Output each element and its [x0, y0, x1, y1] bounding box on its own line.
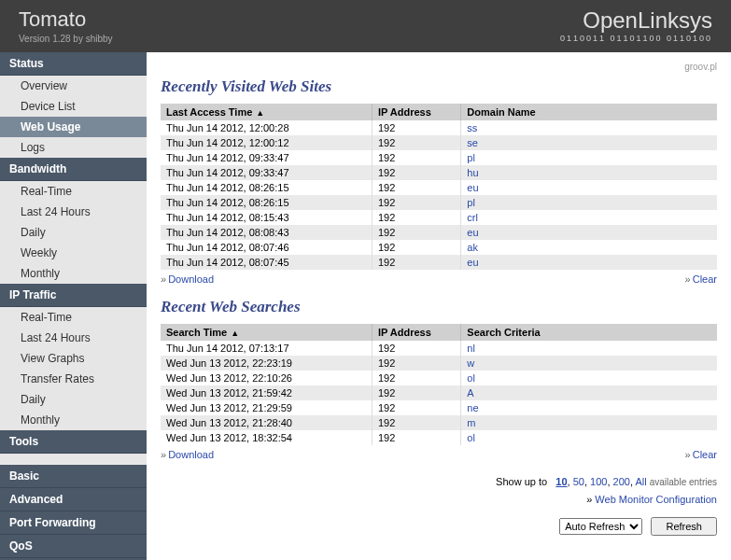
cell-domain[interactable]: crl: [461, 210, 717, 225]
cell-domain[interactable]: ss: [461, 120, 717, 135]
sidebar-section-qos[interactable]: QoS: [0, 535, 147, 558]
cell-time: Thu Jun 14 2012, 08:15:43: [161, 210, 372, 225]
clear-link[interactable]: Clear: [693, 273, 717, 285]
sidebar-item-transfer-rates[interactable]: Transfer Rates: [0, 369, 147, 389]
showup-All[interactable]: All: [635, 476, 646, 487]
sidebar-section-status[interactable]: Status: [0, 52, 147, 76]
cell-ip: 192: [372, 371, 460, 385]
cell-time: Thu Jun 14 2012, 09:33:47: [161, 150, 372, 165]
sidebar-item-last-24-hours[interactable]: Last 24 Hours: [0, 202, 147, 222]
table-row: Thu Jun 14 2012, 08:15:43192crl: [161, 210, 717, 225]
cell-criteria[interactable]: m: [461, 415, 717, 430]
searches-table: Search Time▲ IP Address Search Criteria …: [161, 324, 717, 445]
table-row: Thu Jun 14 2012, 09:33:47192hu: [161, 165, 717, 180]
cell-criteria[interactable]: ne: [461, 400, 717, 415]
download-link[interactable]: Download: [168, 449, 214, 460]
cell-ip: 192: [372, 180, 460, 195]
cell-criteria[interactable]: ol: [461, 371, 717, 385]
table-row: Wed Jun 13 2012, 21:28:40192m: [161, 415, 717, 430]
sidebar-item-logs[interactable]: Logs: [0, 137, 147, 158]
cell-time: Thu Jun 14 2012, 08:08:43: [161, 225, 372, 240]
col-search-criteria[interactable]: Search Criteria: [461, 324, 717, 341]
cell-ip: 192: [372, 255, 460, 270]
sidebar-item-real-time[interactable]: Real-Time: [0, 181, 147, 202]
table-row: Thu Jun 14 2012, 08:26:15192eu: [161, 180, 717, 195]
cell-domain[interactable]: eu: [461, 255, 717, 270]
col-domain[interactable]: Domain Name: [461, 104, 717, 120]
sidebar-item-web-usage[interactable]: Web Usage: [0, 117, 147, 137]
table-row: Wed Jun 13 2012, 21:59:42192A: [161, 385, 717, 400]
auto-refresh-select[interactable]: Auto Refresh: [559, 518, 642, 535]
cell-time: Wed Jun 13 2012, 21:29:59: [161, 400, 372, 415]
sidebar-item-weekly[interactable]: Weekly: [0, 243, 147, 263]
sidebar-item-daily[interactable]: Daily: [0, 222, 147, 243]
searches-title: Recent Web Searches: [161, 298, 717, 316]
cell-domain[interactable]: ak: [461, 240, 717, 255]
app-version: Version 1.28 by shibby: [19, 34, 113, 44]
showup-100[interactable]: 100: [590, 476, 607, 487]
cell-ip: 192: [372, 225, 460, 240]
sort-icon: ▲: [231, 329, 239, 338]
cell-criteria[interactable]: A: [461, 385, 717, 400]
app-title: Tomato: [19, 7, 113, 32]
sidebar-section-bandwidth[interactable]: Bandwidth: [0, 158, 147, 181]
sidebar-item-device-list[interactable]: Device List: [0, 96, 147, 117]
table-row: Wed Jun 13 2012, 21:29:59192ne: [161, 400, 717, 415]
cell-ip: 192: [372, 165, 460, 180]
brand-name: OpenLinksys: [560, 7, 712, 34]
cell-domain[interactable]: pl: [461, 150, 717, 165]
sidebar: StatusOverviewDevice ListWeb UsageLogsBa…: [0, 52, 147, 560]
cell-ip: 192: [372, 150, 460, 165]
sidebar-section-advanced[interactable]: Advanced: [0, 488, 147, 511]
col-search-time[interactable]: Search Time▲: [161, 324, 372, 341]
showup-200[interactable]: 200: [613, 476, 630, 487]
cell-time: Wed Jun 13 2012, 18:32:54: [161, 430, 372, 445]
clear-link[interactable]: Clear: [693, 449, 717, 460]
sidebar-item-real-time[interactable]: Real-Time: [0, 307, 147, 328]
download-link[interactable]: Download: [168, 273, 214, 285]
visited-table: Last Access Time▲ IP Address Domain Name…: [161, 104, 717, 270]
table-row: Wed Jun 13 2012, 22:10:26192ol: [161, 371, 717, 385]
domain-link[interactable]: groov.pl: [161, 62, 717, 72]
cell-domain[interactable]: se: [461, 135, 717, 150]
showup-50[interactable]: 50: [573, 476, 584, 487]
cell-ip: 192: [372, 341, 460, 356]
col-time[interactable]: Last Access Time▲: [161, 104, 372, 120]
sidebar-item-overview[interactable]: Overview: [0, 76, 147, 96]
sidebar-section-ip-traffic[interactable]: IP Traffic: [0, 284, 147, 307]
table-row: Thu Jun 14 2012, 08:08:43192eu: [161, 225, 717, 240]
cell-ip: 192: [372, 400, 460, 415]
cell-domain[interactable]: pl: [461, 195, 717, 210]
config-link[interactable]: Web Monitor Configuration: [595, 494, 717, 505]
cell-time: Thu Jun 14 2012, 08:07:46: [161, 240, 372, 255]
cell-criteria[interactable]: w: [461, 356, 717, 371]
cell-ip: 192: [372, 415, 460, 430]
sidebar-item-view-graphs[interactable]: View Graphs: [0, 348, 147, 369]
sidebar-item-monthly[interactable]: Monthly: [0, 263, 147, 284]
cell-time: Thu Jun 14 2012, 07:13:17: [161, 341, 372, 356]
sidebar-section-port-forwarding[interactable]: Port Forwarding: [0, 511, 147, 535]
cell-domain[interactable]: hu: [461, 165, 717, 180]
refresh-button[interactable]: Refresh: [651, 517, 717, 536]
sidebar-item-last-24-hours[interactable]: Last 24 Hours: [0, 328, 147, 348]
cell-domain[interactable]: eu: [461, 225, 717, 240]
cell-time: Thu Jun 14 2012, 09:33:47: [161, 165, 372, 180]
cell-time: Wed Jun 13 2012, 22:23:19: [161, 356, 372, 371]
sidebar-item-monthly[interactable]: Monthly: [0, 410, 147, 430]
cell-ip: 192: [372, 385, 460, 400]
col-search-ip[interactable]: IP Address: [372, 324, 460, 341]
cell-criteria[interactable]: ol: [461, 430, 717, 445]
table-row: Thu Jun 14 2012, 12:00:28192ss: [161, 120, 717, 135]
sidebar-section-basic[interactable]: Basic: [0, 465, 147, 488]
brand-binary: 0110011 01101100 0110100: [560, 34, 712, 43]
cell-criteria[interactable]: nl: [461, 341, 717, 356]
showup-10[interactable]: 10: [555, 476, 567, 487]
visited-title: Recently Visited Web Sites: [161, 77, 717, 96]
sidebar-section-tools[interactable]: Tools: [0, 430, 147, 454]
cell-time: Wed Jun 13 2012, 21:28:40: [161, 415, 372, 430]
cell-domain[interactable]: eu: [461, 180, 717, 195]
col-ip[interactable]: IP Address: [372, 104, 460, 120]
sidebar-item-daily[interactable]: Daily: [0, 389, 147, 410]
sort-icon: ▲: [256, 108, 264, 118]
cell-ip: 192: [372, 195, 460, 210]
